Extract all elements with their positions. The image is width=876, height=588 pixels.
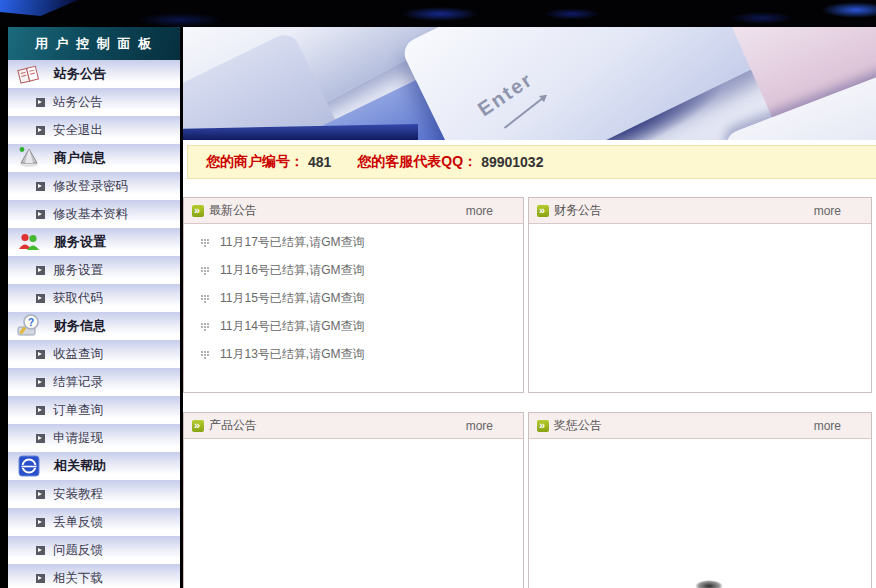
square-arrow-bullet-icon (36, 182, 45, 191)
sidebar-section-merchant-info[interactable]: 商户信息 (8, 144, 180, 172)
double-chevron-icon (192, 205, 204, 217)
list-item[interactable]: 11月13号已结算,请GM查询 (184, 340, 523, 368)
list-item[interactable]: 11月17号已结算,请GM查询 (184, 228, 523, 256)
dots-bullet-icon (200, 349, 210, 359)
sidebar-item-label: 安装教程 (53, 486, 103, 503)
double-chevron-icon (537, 420, 549, 432)
sidebar-item-order-query[interactable]: 订单查询 (8, 396, 180, 424)
sidebar-item-label: 修改基本资料 (53, 206, 128, 223)
sidebar-section-site-announcements[interactable]: 站务公告 (8, 60, 180, 88)
sidebar-item-label: 安全退出 (53, 122, 103, 139)
dots-bullet-icon (200, 293, 210, 303)
sidebar-section-label: 站务公告 (54, 65, 106, 83)
announcement-text: 11月15号已结算,请GM查询 (220, 290, 364, 307)
list-item[interactable]: 11月15号已结算,请GM查询 (184, 284, 523, 312)
merchant-cone-icon (12, 145, 46, 171)
sidebar-section-label: 相关帮助 (54, 457, 106, 475)
page: 用 户 控 制 面 板 站务公告 站务公告 (0, 0, 876, 588)
more-link[interactable]: more (814, 204, 841, 218)
sidebar-item-change-password[interactable]: 修改登录密码 (8, 172, 180, 200)
announcement-list: 11月17号已结算,请GM查询 11月16号已结算,请GM查询 11月15号已结… (184, 224, 523, 368)
square-arrow-bullet-icon (36, 266, 45, 275)
sidebar-item-install-tutorial[interactable]: 安装教程 (8, 480, 180, 508)
sidebar-item-label: 收益查询 (53, 346, 103, 363)
svg-text:?: ? (28, 317, 34, 328)
sidebar-item-label: 结算记录 (53, 374, 103, 391)
sidebar-item-lost-order-feedback[interactable]: 丢单反馈 (8, 508, 180, 536)
more-link[interactable]: more (814, 419, 841, 433)
announcements-book-icon (12, 61, 46, 87)
sidebar-item-label: 申请提现 (53, 430, 103, 447)
sidebar-item-label: 相关下载 (53, 570, 103, 587)
sidebar-item-label: 订单查询 (53, 402, 103, 419)
panel-title: 奖惩公告 (554, 417, 602, 434)
panel-title: 产品公告 (209, 417, 257, 434)
list-item[interactable]: 11月14号已结算,请GM查询 (184, 312, 523, 340)
panel-header: 财务公告 more (529, 198, 871, 224)
blue-swoosh-decoration (0, 0, 78, 16)
square-arrow-bullet-icon (36, 406, 45, 415)
help-globe-icon (12, 453, 46, 479)
square-arrow-bullet-icon (36, 378, 45, 387)
cutoff-image-blob (695, 580, 723, 588)
main-content: Enter 您的商户编号： 481 您的客服代表QQ： 89901032 最新公… (183, 27, 876, 588)
list-item[interactable]: 11月16号已结算,请GM查询 (184, 256, 523, 284)
more-link[interactable]: more (466, 204, 493, 218)
sidebar: 用 户 控 制 面 板 站务公告 站务公告 (8, 27, 180, 588)
square-arrow-bullet-icon (36, 574, 45, 583)
square-arrow-bullet-icon (36, 98, 45, 107)
square-arrow-bullet-icon (36, 126, 45, 135)
sidebar-item-settlement-records[interactable]: 结算记录 (8, 368, 180, 396)
double-chevron-icon (192, 420, 204, 432)
dots-bullet-icon (200, 265, 210, 275)
sidebar-section-help[interactable]: 相关帮助 (8, 452, 180, 480)
sidebar-section-label: 财务信息 (54, 317, 106, 335)
sidebar-section-label: 服务设置 (54, 233, 106, 251)
sidebar-item-income-query[interactable]: 收益查询 (8, 340, 180, 368)
more-link[interactable]: more (466, 419, 493, 433)
sidebar-item-label: 修改登录密码 (53, 178, 128, 195)
sidebar-item-label: 问题反馈 (53, 542, 103, 559)
sidebar-section-service-settings[interactable]: 服务设置 (8, 228, 180, 256)
merchant-id-label: 您的商户编号： (206, 153, 304, 171)
panel-product-announcements: 产品公告 more (183, 412, 524, 588)
panel-latest-announcements: 最新公告 more 11月17号已结算,请GM查询 11月16号已结算,请GM查… (183, 197, 524, 393)
merchant-id-value: 481 (308, 154, 331, 170)
square-arrow-bullet-icon (36, 490, 45, 499)
panel-title: 最新公告 (209, 202, 257, 219)
panel-reward-punishment-announcements: 奖惩公告 more (528, 412, 872, 588)
sidebar-item-get-code[interactable]: 获取代码 (8, 284, 180, 312)
announcement-text: 11月14号已结算,请GM查询 (220, 318, 364, 335)
sidebar-item-label: 站务公告 (53, 94, 103, 111)
sidebar-item-edit-profile[interactable]: 修改基本资料 (8, 200, 180, 228)
sidebar-item-label: 服务设置 (53, 262, 103, 279)
sidebar-item-withdraw-request[interactable]: 申请提现 (8, 424, 180, 452)
qq-label: 您的客服代表QQ： (357, 153, 477, 171)
merchant-notice-bar: 您的商户编号： 481 您的客服代表QQ： 89901032 (187, 145, 876, 179)
sidebar-item-downloads[interactable]: 相关下载 (8, 564, 180, 588)
qq-number-value: 89901032 (481, 154, 543, 170)
sidebar-title: 用 户 控 制 面 板 (8, 27, 180, 60)
service-users-icon (12, 229, 46, 255)
enter-key-decoration (399, 27, 772, 140)
sidebar-item-site-announcements[interactable]: 站务公告 (8, 88, 180, 116)
announcement-text: 11月13号已结算,请GM查询 (220, 346, 364, 363)
square-arrow-bullet-icon (36, 434, 45, 443)
sidebar-item-label: 获取代码 (53, 290, 103, 307)
panel-title: 财务公告 (554, 202, 602, 219)
announcement-text: 11月17号已结算,请GM查询 (220, 234, 364, 251)
sidebar-section-label: 商户信息 (54, 149, 106, 167)
square-arrow-bullet-icon (36, 210, 45, 219)
announcement-text: 11月16号已结算,请GM查询 (220, 262, 364, 279)
panel-header: 奖惩公告 more (529, 413, 871, 439)
square-arrow-bullet-icon (36, 294, 45, 303)
square-arrow-bullet-icon (36, 518, 45, 527)
sidebar-section-finance-info[interactable]: ? 财务信息 (8, 312, 180, 340)
sidebar-item-label: 丢单反馈 (53, 514, 103, 531)
sidebar-item-safe-logout[interactable]: 安全退出 (8, 116, 180, 144)
finance-magnifier-icon: ? (12, 313, 46, 339)
sidebar-item-issue-feedback[interactable]: 问题反馈 (8, 536, 180, 564)
sidebar-item-service-settings[interactable]: 服务设置 (8, 256, 180, 284)
square-arrow-bullet-icon (36, 546, 45, 555)
keyboard-banner-image: Enter (183, 27, 876, 140)
